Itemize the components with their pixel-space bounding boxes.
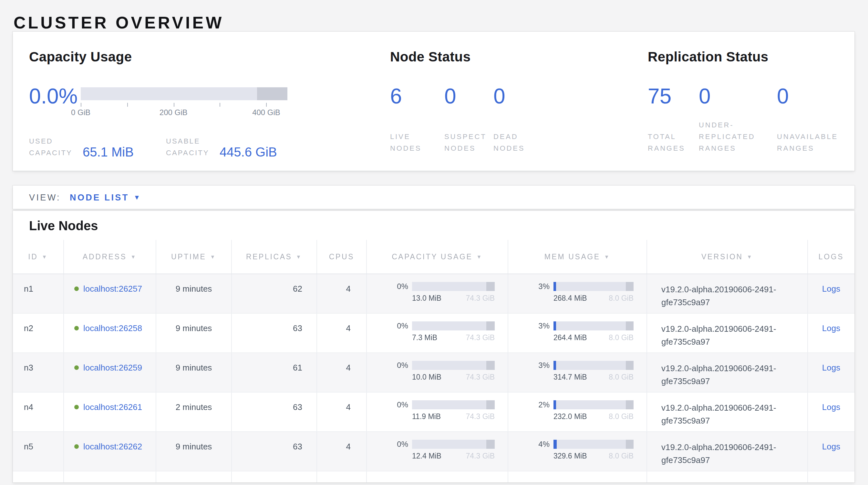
column-header-label: ADDRESS: [83, 253, 127, 261]
capacity-bar-other-segment: [486, 400, 495, 409]
empty-cell: [508, 472, 647, 482]
capacity-bar-chart: 0 GiB200 GiB400 GiB: [81, 87, 287, 106]
node-uptime-cell: 2 minutes: [156, 393, 232, 431]
column-header-address[interactable]: ADDRESS▼: [64, 240, 156, 274]
column-header-uptime[interactable]: UPTIME▼: [156, 240, 232, 274]
empty-cell: [232, 472, 317, 482]
memory-bar-fill: [554, 321, 556, 331]
column-header-id[interactable]: ID▼: [13, 240, 64, 274]
capacity-gauge: 0.0% 0 GiB200 GiB400 GiB: [29, 87, 390, 106]
capacity-labels: 10.0 MiB74.3 GiB: [367, 373, 507, 381]
logs-link[interactable]: Logs: [822, 362, 840, 392]
logs-link[interactable]: Logs: [822, 441, 840, 471]
capacity-used-value: 12.4 MiB: [412, 452, 441, 460]
capacity-tick: [127, 103, 128, 107]
node-live-status-dot: [74, 286, 79, 291]
sort-arrow-icon: ▼: [210, 254, 216, 260]
memory-percent-label: 3%: [530, 361, 550, 370]
node-row: n4localhost:262612 minutes6340%11.9 MiB7…: [13, 393, 855, 432]
column-header-memory[interactable]: MEM USAGE▼: [508, 240, 647, 274]
memory-labels: 264.4 MiB8.0 GiB: [508, 334, 647, 341]
node-row: n5localhost:262629 minutes6340%12.4 MiB7…: [13, 432, 855, 472]
capacity-bar-other-segment: [486, 282, 495, 291]
node-address-cell: localhost:26258: [64, 314, 156, 352]
logs-link[interactable]: Logs: [822, 323, 840, 352]
memory-bar-fill: [554, 400, 556, 409]
column-header-replicas[interactable]: REPLICAS▼: [232, 240, 317, 274]
replication-status-section: Replication Status 75 TOTAL RANGES 0 UND…: [648, 32, 855, 171]
empty-cell: [64, 472, 156, 482]
capacity-percent-label: 0%: [389, 321, 408, 331]
memory-bar-other-segment: [625, 440, 633, 449]
node-replicas-cell: 63: [232, 393, 317, 431]
memory-usage-cell: 4%329.6 MiB8.0 GiB: [508, 432, 647, 471]
node-address-link[interactable]: localhost:26257: [83, 282, 143, 295]
live-nodes-label: LIVE NODES: [390, 131, 433, 154]
node-replicas-cell: 61: [232, 353, 317, 392]
column-header-label: UPTIME: [171, 253, 206, 261]
memory-usage-cell: 3%314.7 MiB8.0 GiB: [508, 353, 647, 392]
capacity-bar-other-segment: [486, 440, 495, 449]
node-replicas-cell: 62: [232, 274, 317, 313]
capacity-usage-title: Capacity Usage: [29, 49, 390, 65]
memory-total-value: 8.0 GiB: [609, 294, 633, 302]
memory-total-value: 8.0 GiB: [609, 373, 633, 381]
memory-bar: [554, 361, 633, 370]
used-capacity-label: USED CAPACITY: [29, 135, 77, 159]
memory-usage-cell: 3%268.4 MiB8.0 GiB: [508, 274, 647, 313]
sort-arrow-icon: ▼: [130, 254, 136, 260]
column-header-label: ID: [28, 253, 38, 261]
logs-link[interactable]: Logs: [822, 283, 840, 313]
memory-bar-other-segment: [625, 321, 633, 331]
node-replicas-cell: 63: [232, 432, 317, 471]
column-header-label: CPUS: [329, 253, 354, 261]
memory-percent-label: 3%: [530, 282, 550, 291]
node-address-link[interactable]: localhost:26261: [83, 400, 143, 414]
node-address-link[interactable]: localhost:26258: [83, 321, 143, 335]
empty-cell: [13, 472, 64, 482]
node-replicas-cell: 63: [232, 314, 317, 352]
capacity-percent: 0.0%: [29, 87, 81, 106]
capacity-meter: 0%: [367, 361, 507, 370]
memory-used-value: 329.6 MiB: [554, 452, 587, 460]
usable-capacity-value: 445.6 GiB: [220, 145, 277, 159]
unavailable-ranges-count: 0: [777, 87, 844, 106]
memory-total-value: 8.0 GiB: [609, 334, 633, 341]
capacity-labels: 11.9 MiB74.3 GiB: [367, 412, 507, 420]
memory-percent-label: 3%: [530, 321, 550, 331]
empty-cell: [808, 472, 855, 482]
capacity-used-value: 7.3 MiB: [412, 334, 437, 341]
memory-bar-other-segment: [625, 400, 633, 409]
partial-node-row: [13, 472, 855, 482]
view-selected-option: NODE LIST: [70, 192, 129, 202]
suspect-nodes-label: SUSPECT NODES: [444, 131, 487, 154]
live-nodes-panel: Live Nodes ID▼ADDRESS▼UPTIME▼REPLICAS▼CP…: [13, 211, 855, 482]
memory-meter: 4%: [508, 440, 647, 449]
usable-capacity-stat: USABLE CAPACITY 445.6 GiB: [166, 135, 277, 159]
node-address-cell: localhost:26262: [64, 432, 156, 471]
memory-bar-other-segment: [625, 361, 633, 370]
column-header-capacity[interactable]: CAPACITY USAGE▼: [367, 240, 508, 274]
column-header-cpus: CPUS: [317, 240, 367, 274]
capacity-used-value: 10.0 MiB: [412, 373, 441, 381]
node-cpus-cell: 4: [317, 393, 367, 431]
node-address-link[interactable]: localhost:26259: [83, 361, 143, 374]
node-address-link[interactable]: localhost:26262: [83, 440, 143, 453]
node-logs-cell: Logs: [808, 274, 855, 313]
memory-bar-fill: [554, 361, 556, 370]
capacity-bar: [81, 87, 287, 100]
capacity-usage-cell: 0%7.3 MiB74.3 GiB: [367, 314, 508, 352]
capacity-bar-other-segment: [486, 321, 495, 331]
node-uptime-cell: 9 minutes: [156, 274, 232, 313]
capacity-meter: 0%: [367, 400, 507, 409]
empty-cell: [156, 472, 232, 482]
node-cpus-cell: 4: [317, 432, 367, 471]
column-header-label: MEM USAGE: [545, 253, 600, 261]
total-ranges-count: 75: [648, 87, 699, 106]
node-live-status-dot: [74, 405, 79, 409]
memory-bar: [554, 440, 633, 449]
view-selector[interactable]: NODE LIST ▾: [70, 192, 139, 202]
sort-arrow-icon: ▼: [604, 254, 610, 260]
logs-link[interactable]: Logs: [822, 402, 840, 431]
column-header-version[interactable]: VERSION▼: [647, 240, 808, 274]
